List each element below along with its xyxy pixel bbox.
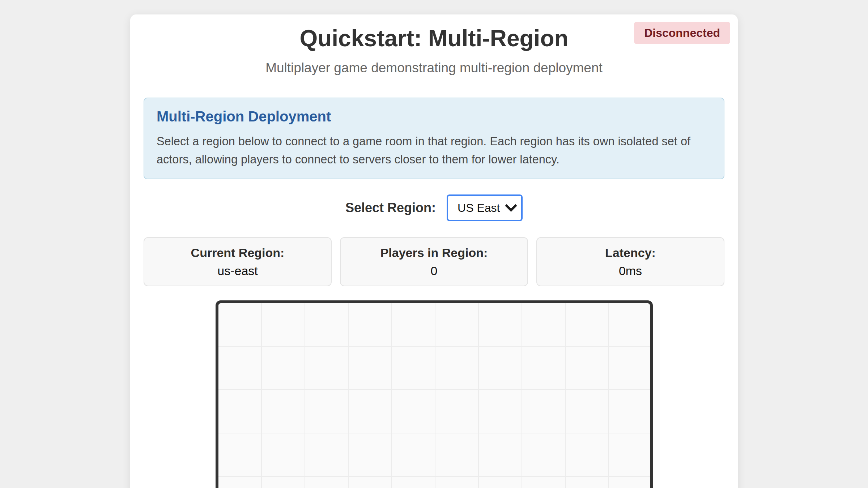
- stat-label: Latency:: [543, 245, 718, 260]
- region-select-value: US East: [458, 201, 500, 215]
- stat-label: Players in Region:: [346, 245, 522, 260]
- page-subtitle: Multiplayer game demonstrating multi-reg…: [144, 60, 724, 76]
- info-panel: Multi-Region Deployment Select a region …: [144, 98, 724, 179]
- chevron-down-icon: [505, 200, 517, 212]
- info-panel-body: Select a region below to connect to a ga…: [157, 132, 711, 168]
- stats-row: Current Region: us-east Players in Regio…: [144, 237, 724, 286]
- info-panel-title: Multi-Region Deployment: [157, 108, 711, 125]
- page-background: { "header": { "title": "Quickstart: Mult…: [0, 0, 868, 488]
- game-canvas[interactable]: [216, 300, 653, 488]
- region-select[interactable]: US East: [447, 194, 523, 221]
- region-select-label: Select Region:: [345, 200, 436, 215]
- stat-card-players: Players in Region: 0: [340, 237, 528, 286]
- app-card: Disconnected Quickstart: Multi-Region Mu…: [130, 14, 738, 488]
- status-badge: Disconnected: [634, 22, 730, 44]
- stat-value: 0: [346, 263, 522, 278]
- stat-label: Current Region:: [150, 245, 325, 260]
- region-select-row: Select Region: US East: [144, 194, 724, 221]
- stat-value: us-east: [150, 263, 325, 278]
- stat-value: 0ms: [543, 263, 718, 278]
- stat-card-latency: Latency: 0ms: [536, 237, 724, 286]
- stat-card-current-region: Current Region: us-east: [144, 237, 332, 286]
